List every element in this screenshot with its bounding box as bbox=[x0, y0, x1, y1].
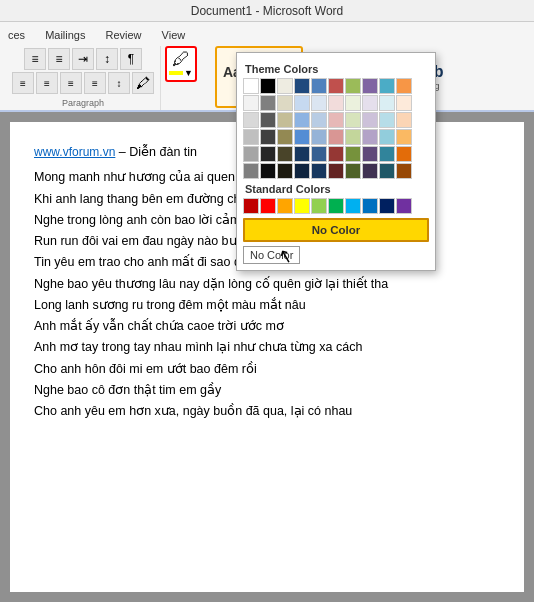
theme-color-cell[interactable] bbox=[277, 129, 293, 145]
theme-color-cell[interactable] bbox=[328, 129, 344, 145]
align-center-button[interactable]: ≡ bbox=[36, 72, 58, 94]
theme-colors-label: Theme Colors bbox=[245, 63, 427, 75]
shading-button[interactable]: 🖍 bbox=[132, 72, 154, 94]
theme-color-cell[interactable] bbox=[362, 78, 378, 94]
sort-button[interactable]: ↕ bbox=[96, 48, 118, 70]
theme-color-cell[interactable] bbox=[311, 163, 327, 179]
theme-color-cell[interactable] bbox=[243, 163, 259, 179]
standard-color-cell[interactable] bbox=[328, 198, 344, 214]
theme-color-cell[interactable] bbox=[277, 95, 293, 111]
theme-color-cell[interactable] bbox=[345, 112, 361, 128]
theme-color-cell[interactable] bbox=[362, 146, 378, 162]
theme-color-cell[interactable] bbox=[396, 163, 412, 179]
theme-color-cell[interactable] bbox=[294, 163, 310, 179]
theme-color-cell[interactable] bbox=[260, 129, 276, 145]
standard-color-cell[interactable] bbox=[345, 198, 361, 214]
theme-color-cell[interactable] bbox=[243, 112, 259, 128]
list-bullet-button[interactable]: ≡ bbox=[24, 48, 46, 70]
title-text: Document1 - Microsoft Word bbox=[191, 4, 344, 18]
tab-ces[interactable]: ces bbox=[6, 28, 27, 42]
theme-color-cell[interactable] bbox=[345, 146, 361, 162]
theme-color-cell[interactable] bbox=[260, 78, 276, 94]
theme-color-cell[interactable] bbox=[345, 78, 361, 94]
theme-color-cell[interactable] bbox=[277, 78, 293, 94]
theme-color-cell[interactable] bbox=[277, 163, 293, 179]
theme-color-cell[interactable] bbox=[328, 146, 344, 162]
theme-color-cell[interactable] bbox=[311, 95, 327, 111]
standard-color-cell[interactable] bbox=[294, 198, 310, 214]
theme-color-cell[interactable] bbox=[243, 95, 259, 111]
theme-color-cell[interactable] bbox=[243, 78, 259, 94]
theme-color-cell[interactable] bbox=[260, 163, 276, 179]
theme-color-cell[interactable] bbox=[277, 112, 293, 128]
highlight-color-bar bbox=[169, 71, 183, 75]
theme-color-cell[interactable] bbox=[396, 146, 412, 162]
tab-review[interactable]: Review bbox=[103, 28, 143, 42]
theme-color-cell[interactable] bbox=[328, 78, 344, 94]
standard-color-cell[interactable] bbox=[277, 198, 293, 214]
theme-color-cell[interactable] bbox=[294, 129, 310, 145]
doc-line-8: Anh mắt ấy vẫn chất chứa caoe trời ước m… bbox=[34, 316, 500, 337]
standard-color-cell[interactable] bbox=[243, 198, 259, 214]
theme-color-cell[interactable] bbox=[260, 112, 276, 128]
theme-color-cell[interactable] bbox=[379, 78, 395, 94]
theme-color-cell[interactable] bbox=[311, 78, 327, 94]
line-spacing-button[interactable]: ↕ bbox=[108, 72, 130, 94]
align-right-button[interactable]: ≡ bbox=[60, 72, 82, 94]
tab-view[interactable]: View bbox=[160, 28, 188, 42]
dropdown-arrow-icon[interactable]: ▼ bbox=[184, 68, 193, 78]
theme-color-cell[interactable] bbox=[362, 95, 378, 111]
theme-color-cell[interactable] bbox=[277, 146, 293, 162]
theme-color-cell[interactable] bbox=[379, 95, 395, 111]
theme-color-cell[interactable] bbox=[294, 95, 310, 111]
theme-color-cell[interactable] bbox=[294, 112, 310, 128]
theme-color-cell[interactable] bbox=[294, 78, 310, 94]
standard-color-cell[interactable] bbox=[396, 198, 412, 214]
theme-color-cell[interactable] bbox=[396, 78, 412, 94]
theme-color-cell[interactable] bbox=[396, 129, 412, 145]
no-color-button[interactable]: No Color bbox=[243, 218, 429, 242]
standard-color-grid bbox=[243, 198, 429, 214]
theme-color-cell[interactable] bbox=[345, 163, 361, 179]
theme-color-cell[interactable] bbox=[260, 146, 276, 162]
theme-color-cell[interactable] bbox=[345, 95, 361, 111]
theme-color-cell[interactable] bbox=[328, 95, 344, 111]
highlight-color-button[interactable]: 🖊 ▼ bbox=[165, 46, 197, 82]
theme-color-cell[interactable] bbox=[345, 129, 361, 145]
title-bar: Document1 - Microsoft Word bbox=[0, 0, 534, 22]
theme-color-cell[interactable] bbox=[243, 146, 259, 162]
tab-mailings[interactable]: Mailings bbox=[43, 28, 87, 42]
standard-color-cell[interactable] bbox=[311, 198, 327, 214]
theme-color-cell[interactable] bbox=[379, 129, 395, 145]
list-number-button[interactable]: ≡ bbox=[48, 48, 70, 70]
standard-color-cell[interactable] bbox=[260, 198, 276, 214]
doc-line-5: Nghe bao yêu thương lâu nay dặn lòng cố … bbox=[34, 274, 500, 295]
align-left-button[interactable]: ≡ bbox=[12, 72, 34, 94]
theme-color-cell[interactable] bbox=[396, 112, 412, 128]
justify-button[interactable]: ≡ bbox=[84, 72, 106, 94]
theme-color-cell[interactable] bbox=[362, 163, 378, 179]
theme-color-cell[interactable] bbox=[311, 112, 327, 128]
standard-color-cell[interactable] bbox=[362, 198, 378, 214]
theme-color-cell[interactable] bbox=[379, 146, 395, 162]
indent-button[interactable]: ⇥ bbox=[72, 48, 94, 70]
standard-colors-label: Standard Colors bbox=[245, 183, 427, 195]
theme-color-cell[interactable] bbox=[396, 95, 412, 111]
doc-line-11: Nghe bao cô đơn thật tim em gầy bbox=[34, 380, 500, 401]
theme-color-cell[interactable] bbox=[328, 112, 344, 128]
theme-color-cell[interactable] bbox=[260, 95, 276, 111]
theme-color-cell[interactable] bbox=[243, 129, 259, 145]
theme-color-cell[interactable] bbox=[362, 112, 378, 128]
theme-color-cell[interactable] bbox=[294, 146, 310, 162]
theme-color-cell[interactable] bbox=[311, 146, 327, 162]
theme-color-cell[interactable] bbox=[311, 129, 327, 145]
doc-link[interactable]: www.vforum.vn bbox=[34, 145, 115, 159]
theme-color-cell[interactable] bbox=[379, 112, 395, 128]
theme-color-cell[interactable] bbox=[328, 163, 344, 179]
tooltip-box: No Color bbox=[243, 246, 300, 264]
standard-color-cell[interactable] bbox=[379, 198, 395, 214]
theme-color-cell[interactable] bbox=[379, 163, 395, 179]
theme-color-cell[interactable] bbox=[362, 129, 378, 145]
show-marks-button[interactable]: ¶ bbox=[120, 48, 142, 70]
color-dropdown: Theme Colors Standard Colors No Color No… bbox=[236, 52, 436, 271]
